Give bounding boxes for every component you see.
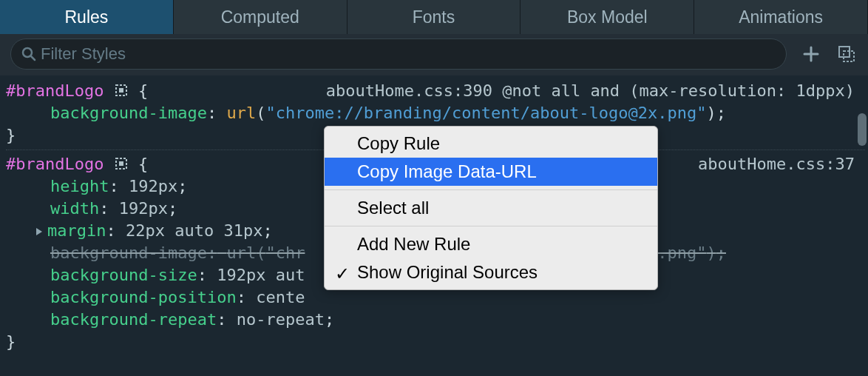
- semi: ;: [177, 177, 187, 195]
- semi: ;: [262, 221, 272, 240]
- url-keyword: url: [226, 244, 256, 262]
- property-value[interactable]: 192px aut: [217, 266, 305, 284]
- ctx-show-original-sources[interactable]: ✓Show Original Sources: [325, 258, 657, 286]
- ctx-separator: [325, 226, 657, 226]
- property-name[interactable]: background-repeat: [50, 310, 217, 329]
- property-value[interactable]: 22px auto 31px: [126, 221, 262, 240]
- ctx-copy-rule[interactable]: Copy Rule: [325, 130, 657, 158]
- colon: :: [109, 177, 118, 195]
- brace-close: }: [6, 331, 865, 353]
- paren: ): [706, 104, 716, 122]
- property-name[interactable]: background-position: [50, 288, 237, 306]
- colon: :: [99, 199, 109, 218]
- url-keyword: url: [226, 104, 256, 122]
- colon: :: [207, 244, 217, 262]
- highlight-icon[interactable]: [114, 156, 129, 171]
- brace: {: [138, 155, 148, 173]
- rule-header[interactable]: aboutHome.css:390 @not all and (max-reso…: [6, 80, 865, 102]
- source-link[interactable]: aboutHome.css:390: [326, 81, 492, 100]
- search-icon: [21, 47, 36, 61]
- svg-rect-7: [119, 161, 123, 166]
- context-menu: Copy Rule Copy Image Data-URL Select all…: [324, 126, 658, 290]
- selector[interactable]: #brandLogo: [6, 155, 104, 173]
- property-name[interactable]: width: [50, 199, 99, 218]
- source-link[interactable]: aboutHome.css:37: [698, 155, 855, 173]
- plus-icon: [803, 46, 819, 62]
- ctx-label: Show Original Sources: [357, 262, 538, 282]
- inspector-tabs: Rules Computed Fonts Box Model Animation…: [0, 0, 868, 34]
- colon: :: [217, 310, 226, 329]
- tab-computed[interactable]: Computed: [174, 0, 347, 34]
- toggle-pseudo-button[interactable]: [835, 43, 858, 65]
- property-name[interactable]: background-image: [50, 104, 207, 122]
- property-value[interactable]: 192px: [119, 199, 168, 218]
- property-value[interactable]: no-repeat: [237, 310, 325, 329]
- property-value[interactable]: cente: [256, 288, 305, 306]
- svg-rect-5: [119, 88, 123, 93]
- declaration[interactable]: background-repeat: no-repeat;: [6, 309, 865, 331]
- expand-triangle-icon[interactable]: [34, 226, 44, 237]
- paren: (: [256, 244, 265, 262]
- colon: :: [197, 266, 207, 284]
- media-query: @not all and (max-resolution: 1dppx): [502, 81, 855, 100]
- url-string[interactable]: "chrome://branding/content/about-logo@2x…: [265, 104, 706, 122]
- brace: {: [138, 81, 148, 100]
- scrollbar-thumb[interactable]: [858, 113, 867, 146]
- paren: ): [706, 244, 716, 262]
- colon: :: [106, 221, 115, 240]
- colon: :: [207, 104, 217, 122]
- semi: ;: [716, 104, 726, 122]
- ctx-copy-image-data-url[interactable]: Copy Image Data-URL: [325, 158, 657, 186]
- ctx-add-new-rule[interactable]: Add New Rule: [325, 230, 657, 258]
- property-name[interactable]: background-image: [50, 244, 207, 262]
- rules-pane[interactable]: aboutHome.css:390 @not all and (max-reso…: [0, 75, 868, 359]
- colon: :: [237, 288, 246, 306]
- add-rule-button[interactable]: [800, 43, 822, 65]
- ctx-select-all[interactable]: Select all: [325, 194, 657, 222]
- property-name[interactable]: margin: [47, 221, 106, 240]
- frames-icon: [837, 44, 856, 64]
- check-icon: ✓: [335, 263, 350, 285]
- property-name[interactable]: background-size: [50, 266, 197, 284]
- filter-styles-input[interactable]: Filter Styles: [10, 38, 787, 70]
- semi: ;: [325, 310, 334, 329]
- highlight-icon[interactable]: [114, 83, 129, 98]
- semi: ;: [716, 244, 726, 262]
- semi: ;: [168, 199, 177, 218]
- selector[interactable]: #brandLogo: [6, 81, 104, 100]
- filter-placeholder: Filter Styles: [41, 44, 126, 64]
- url-string-left: "chr: [265, 244, 305, 262]
- rules-toolbar: Filter Styles: [0, 34, 868, 75]
- svg-line-1: [31, 56, 35, 60]
- property-name[interactable]: height: [50, 177, 109, 195]
- tab-rules[interactable]: Rules: [0, 0, 174, 34]
- declaration[interactable]: background-image: url("chrome://branding…: [6, 102, 865, 124]
- ctx-separator: [325, 189, 657, 190]
- tab-fonts[interactable]: Fonts: [347, 0, 521, 34]
- property-value[interactable]: 192px: [129, 177, 177, 195]
- tab-box-model[interactable]: Box Model: [521, 0, 694, 34]
- tab-animations[interactable]: Animations: [694, 0, 868, 34]
- paren: (: [256, 104, 265, 122]
